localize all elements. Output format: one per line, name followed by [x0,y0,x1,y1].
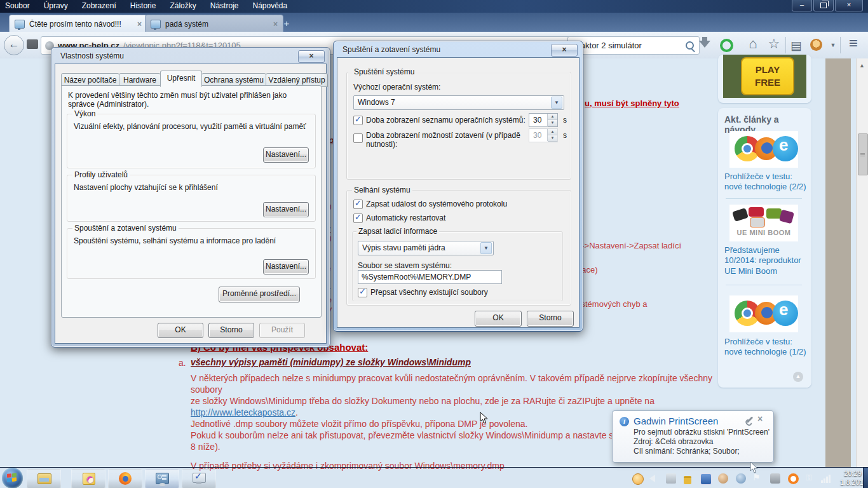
auto-restart-checkbox[interactable]: ✓ [353,214,363,223]
tab-page: K provedení většiny těchto změn musí být… [61,85,322,318]
menu-soubor[interactable]: Soubor [5,1,30,10]
menu-historie[interactable]: Historie [130,1,156,10]
menu-napoveda[interactable]: Nápověda [252,1,287,10]
bookmark-star-icon[interactable]: ☆ [766,36,782,51]
tab-navod[interactable]: Čtěte prosím tento návod!!! × [9,15,147,32]
menu-upravy[interactable]: Úpravy [44,1,68,10]
downloads-icon[interactable] [699,41,710,53]
paragraph-line: http://www.leteckaposta.cz. [191,407,298,417]
dialog-close-button[interactable]: × [551,44,578,57]
tray-lock-icon[interactable] [684,476,691,484]
overwrite-label: Přepsat všechny existující soubory [370,288,488,297]
scrollbar-thumb[interactable] [858,133,868,175]
os-list-time-checkbox[interactable]: ✓ [353,116,363,125]
os-list-time-spinner[interactable]: 30 ▲▼ [529,113,558,127]
list-marker: a. [179,358,186,368]
group-profily: Profily uživatelů Nastavení plochy vztah… [67,175,316,222]
bookmarks-list-icon[interactable]: ▤ [788,38,804,53]
article-link[interactable]: Prohlížeče v testu: nové technologie (2/… [724,172,807,193]
dump-type-combobox[interactable]: Výpis stavu paměti jádra ▼ [358,241,494,255]
log-event-checkbox[interactable]: ✓ [353,200,363,209]
search-input[interactable]: Traktor 2 simulátor [567,36,700,55]
combo-arrow-icon[interactable]: ▼ [551,97,562,109]
menu-zalozky[interactable]: Záložky [170,1,196,10]
article-image-ue-mini-boom[interactable]: UE MINI BOOM [729,205,798,241]
taskbar-explorer-button[interactable] [27,469,61,488]
monkey-addon-icon[interactable] [810,39,822,51]
taskbar-outlook-button[interactable] [71,469,105,488]
search-icon[interactable] [686,41,694,50]
scrollbar-up-icon[interactable]: ▲ [859,62,865,69]
combo-arrow-icon[interactable]: ▼ [480,242,492,254]
tray-reminder-icon[interactable] [632,473,644,485]
tray-comodo-icon[interactable] [788,473,799,484]
taskbar-clock[interactable]: 20:29 1.8.2014 [840,469,865,487]
wrench-icon[interactable] [747,416,754,423]
scroll-top-button[interactable]: ▲ [793,372,803,382]
restore-button[interactable] [813,0,834,11]
nastaveni-profily-button[interactable]: Nastavení... [263,202,309,217]
tray-display-icon[interactable] [666,473,676,484]
leteckaposta-link[interactable]: http://www.leteckaposta.cz [191,407,295,417]
menu-zobrazeni[interactable]: Zobrazení [82,1,116,10]
nastaveni-spusteni-button[interactable]: Nastavení... [263,259,309,274]
ad-box: PLAY FREE [718,55,811,103]
tray-user2-icon[interactable] [736,473,746,484]
taskbar-control-panel-button[interactable] [145,469,179,488]
close-button[interactable]: × [835,0,863,11]
popup-close-icon[interactable]: × [757,414,763,424]
nastaveni-vykon-button[interactable]: Nastavení... [263,147,309,163]
home-icon[interactable]: ⌂ [745,36,761,52]
pouzit-button[interactable]: Použít [259,323,305,338]
group-zapsat-ladici: Zapsat ladicí informace Výpis stavu pamě… [352,231,563,301]
search-value: Traktor 2 simulátor [573,41,686,50]
article-link[interactable]: Prohlížeče v testu: nové technologie (1/… [724,337,807,358]
storno-button[interactable]: Storno [527,311,574,327]
os-list-time-label: Doba zobrazení seznamu operačních systém… [366,116,526,125]
control-panel-icon [155,472,169,485]
promenne-prostredi-button[interactable]: Proměnné prostředí... [219,287,300,302]
ad-banner[interactable]: PLAY FREE [723,55,806,98]
mouse-cursor-ghost [750,461,759,474]
chevron-down-icon[interactable]: ▼ [825,42,841,48]
tray-volume-icon[interactable] [649,475,655,482]
overwrite-checkbox[interactable]: ✓ [358,288,367,297]
ok-button[interactable]: OK [475,311,522,327]
minimize-button[interactable]: – [792,0,812,11]
tray-camera-icon[interactable] [770,473,780,484]
taskbar: ✓ ⚑ ⚿ 20:29 1.8.2014 [0,467,868,488]
toolbar-divider [785,37,786,53]
back-button[interactable]: ← [4,35,24,55]
popup-line: Cíl snímání: Schránka; Soubor; [634,447,740,456]
tab-groups-icon[interactable] [27,39,38,49]
recovery-time-checkbox[interactable] [353,133,363,143]
spin-down-icon: ▼ [548,120,557,126]
hamburger-menu-icon[interactable]: ≡ [845,34,862,52]
adblock-icon[interactable] [720,39,733,52]
scrollbar[interactable]: ▲ [856,58,868,467]
show-desktop-button[interactable] [863,468,868,488]
screen: Soubor Úpravy Zobrazení Historie Záložky… [0,0,868,488]
tab-close-icon[interactable]: × [273,20,278,29]
tray-power-icon[interactable]: ⚿ [806,473,815,483]
ok-button[interactable]: OK [158,323,203,338]
start-button[interactable] [2,468,23,488]
tray-messenger-icon[interactable] [700,473,712,485]
article-image-browsers[interactable]: e [729,295,798,332]
storno-button[interactable]: Storno [208,323,254,338]
menu-nastroje[interactable]: Nástroje [210,1,239,10]
tab-upresnit[interactable]: Upřesnit [160,71,202,87]
tray-user-icon[interactable] [718,473,728,484]
taskbar-firefox-button[interactable] [108,469,142,488]
article-link[interactable]: Představujeme 10/2014: reproduktor UE Mi… [724,245,807,276]
taskbar-gadwin-button[interactable]: ✓ [182,469,216,488]
new-tab-button[interactable]: + [280,18,294,29]
article-image-browsers[interactable]: e [729,131,798,168]
tray-network-icon[interactable] [821,474,832,484]
dump-file-input[interactable]: %SystemRoot%\MEMORY.DMP [358,270,502,284]
dialog-close-button[interactable]: × [298,50,325,63]
tab-pada-system[interactable]: padá systém × [145,15,283,32]
tab-close-icon[interactable]: × [137,20,142,29]
play-free-button[interactable]: PLAY FREE [741,57,794,95]
default-os-combobox[interactable]: Windows 7 ▼ [353,95,564,110]
